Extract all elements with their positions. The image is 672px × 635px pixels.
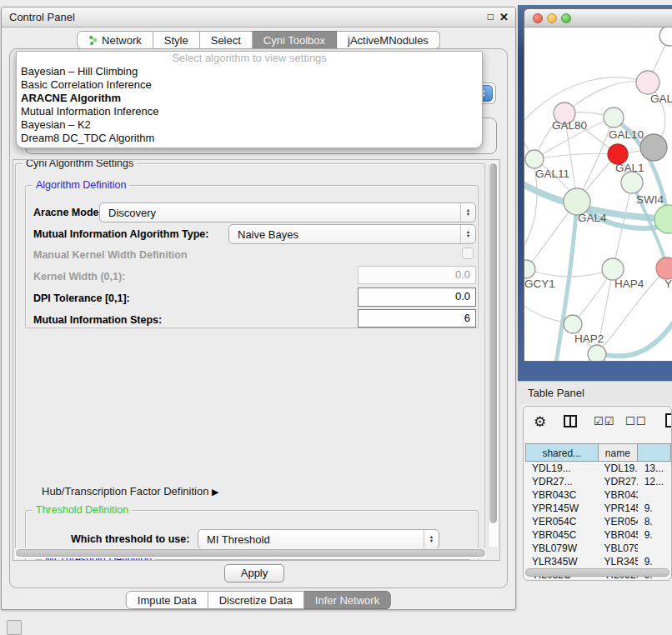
network-node[interactable] [621, 172, 643, 193]
float-panel-icon[interactable]: □ [488, 11, 494, 22]
algorithm-option[interactable]: Basic Correlation Inference [17, 78, 482, 92]
table-cell: 9. [638, 502, 671, 515]
combo-stepper-icon[interactable]: ▲▼ [460, 203, 475, 222]
tab-select[interactable]: Select [200, 31, 253, 49]
node-label: HAP4 [614, 278, 644, 290]
split-columns-icon[interactable] [564, 415, 577, 428]
table-row[interactable]: YDL19...YDL19...13... [525, 462, 671, 475]
close-traffic-icon[interactable] [533, 13, 543, 23]
hide-columns-icon[interactable]: ☐☐ [625, 415, 646, 428]
tab-discretize-data[interactable]: Discretize Data [208, 591, 304, 609]
table-horizontal-scrollbar[interactable] [525, 568, 669, 578]
node-label: SWI4 [636, 193, 664, 206]
table-cell: YDL19... [525, 462, 598, 475]
apply-button[interactable]: Apply [224, 564, 284, 582]
tab-label: Select [211, 34, 241, 47]
dpi-tolerance-field[interactable]: 0.0 [358, 288, 476, 307]
control-panel-tabs: Network Style Select Cyni Toolbox jActiv… [77, 31, 440, 49]
node-label: GAL11 [535, 168, 569, 180]
network-node[interactable] [564, 315, 582, 333]
dropdown-placeholder: Select algorithm to view settings [17, 52, 482, 65]
combo-stepper-icon[interactable]: ▲▼ [460, 225, 475, 243]
minimized-panel-icon[interactable] [7, 620, 22, 635]
network-node[interactable] [524, 260, 535, 278]
tab-style[interactable]: Style [153, 31, 200, 49]
table-cell: YBR045C [598, 528, 638, 542]
table-cell: YBL079W [598, 542, 638, 555]
tab-label: Network [102, 34, 142, 47]
column-header[interactable]: name [599, 443, 639, 462]
table-cell: YER054C [598, 515, 638, 528]
algorithm-option[interactable]: Bayesian – Hill Climbing [17, 65, 482, 78]
vertical-scrollbar[interactable] [488, 162, 498, 547]
control-panel-titlebar: Control Panel □ ✕ [2, 8, 515, 28]
table-cell [638, 488, 671, 502]
table-cell: 12... [638, 475, 671, 488]
aracne-mode-select[interactable]: Discovery ▲▼ [99, 202, 476, 222]
node-label: GAL80 [552, 119, 587, 132]
combo-stepper-icon[interactable]: ▲▼ [424, 530, 439, 548]
network-node[interactable] [640, 134, 667, 161]
table-row[interactable]: YDR27...YDR27...12... [525, 475, 671, 488]
horizontal-scrollbar[interactable] [15, 548, 486, 558]
mi-steps-field[interactable]: 6 [358, 309, 476, 328]
mi-threshold-group: MI Threshold Definition Mutual Informati… [34, 559, 471, 561]
table-cell: 9. [638, 528, 671, 542]
threshold-select[interactable]: MI Threshold ▲▼ [198, 529, 439, 549]
tab-impute-data[interactable]: Impute Data [126, 591, 208, 609]
table-row[interactable]: YBR043CYBR043C [525, 488, 671, 502]
table-row[interactable]: YLR345WYLR345W9. [525, 555, 671, 568]
mi-algorithm-type-select[interactable]: Naive Bayes ▲▼ [228, 224, 476, 244]
table-row[interactable]: YPR145WYPR145W9. [525, 502, 671, 515]
node-label: GAL4 [578, 212, 607, 224]
scrollbar-thumb[interactable] [16, 549, 485, 557]
scrollbar-thumb[interactable] [489, 163, 497, 523]
group-title: Algorithm Definition [33, 179, 129, 191]
scrollbar-thumb[interactable] [525, 568, 669, 577]
network-window-titlebar[interactable] [524, 9, 672, 28]
network-view-window[interactable]: GAL7GAL80GAL10GAL1GAL11SWI4GAL4GCY1HAP4Y… [524, 8, 672, 362]
network-node[interactable] [656, 258, 672, 279]
gear-icon[interactable]: ⚙ [534, 413, 546, 431]
tab-cyni-toolbox[interactable]: Cyni Toolbox [253, 31, 337, 49]
show-columns-icon[interactable]: ☑☑ [594, 415, 614, 428]
hub-definition-toggle[interactable]: Hub/Transcription Factor Definition ▶ [42, 485, 218, 498]
table-row[interactable]: YER054CYER054C8. [525, 515, 671, 528]
table-cell: YDR27... [598, 475, 638, 488]
network-desktop: GAL7GAL80GAL10GAL1GAL11SWI4GAL4GCY1HAP4Y… [518, 5, 672, 381]
mi-type-label: Mutual Information Algorithm Type: [33, 228, 208, 240]
tab-jactivemnodules[interactable]: jActiveMNodules [337, 31, 440, 49]
network-canvas[interactable]: GAL7GAL80GAL10GAL1GAL11SWI4GAL4GCY1HAP4Y… [524, 28, 672, 361]
table-cell: YLR345W [525, 555, 598, 568]
table-cell: YBR043C [525, 488, 598, 502]
table-row[interactable]: YBR045CYBR045C9. [525, 528, 671, 542]
tab-infer-network[interactable]: Infer Network [304, 591, 391, 609]
network-node[interactable] [588, 345, 606, 361]
network-node[interactable] [604, 108, 624, 128]
close-icon[interactable]: ✕ [499, 11, 509, 23]
network-node[interactable] [636, 71, 659, 94]
node-label: HAP2 [574, 332, 604, 345]
column-header[interactable] [638, 443, 671, 462]
algorithm-option[interactable]: Dream8 DC_TDC Algorithm [17, 132, 482, 145]
algorithm-option[interactable]: Bayesian – K2 [17, 118, 482, 132]
column-header[interactable]: shared... [525, 443, 599, 462]
export-table-icon[interactable] [665, 413, 672, 428]
table-cell: YER054C [525, 515, 598, 528]
table-rows: YDL19...YDL19...13...YDR27...YDR27...12.… [525, 462, 671, 581]
algorithm-option[interactable]: ARACNE Algorithm [17, 92, 482, 105]
network-node[interactable] [525, 150, 544, 168]
table-cell: YBR045C [525, 528, 598, 542]
bottom-tabs: Impute Data Discretize Data Infer Networ… [126, 591, 391, 609]
table-panel: ⚙ ☑☑ ☐☐ shared...name YDL19...YDL19...13… [523, 406, 672, 581]
tab-label: Discretize Data [219, 594, 293, 607]
zoom-traffic-icon[interactable] [561, 13, 571, 23]
table-row[interactable]: YBL079WYBL079W [525, 542, 671, 555]
minimize-traffic-icon[interactable] [547, 13, 557, 23]
tab-network[interactable]: Network [77, 31, 153, 49]
table-cell: 9. [638, 555, 671, 568]
control-panel-window: Control Panel □ ✕ Network Style Select C… [1, 7, 516, 610]
manual-kernel-checkbox[interactable] [462, 248, 474, 259]
algorithm-option[interactable]: Mutual Information Inference [17, 105, 482, 118]
network-node[interactable] [659, 28, 672, 46]
